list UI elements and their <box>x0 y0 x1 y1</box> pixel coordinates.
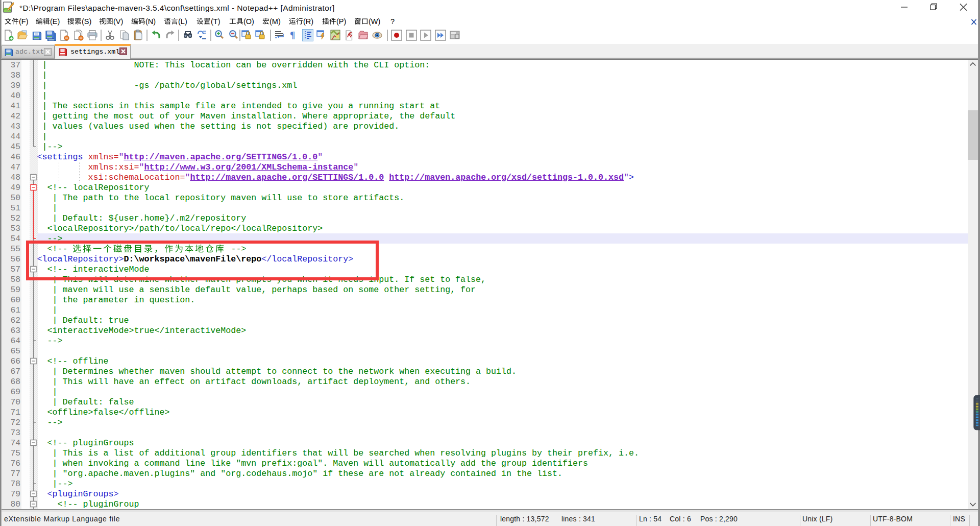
svg-text:¶: ¶ <box>290 30 295 40</box>
